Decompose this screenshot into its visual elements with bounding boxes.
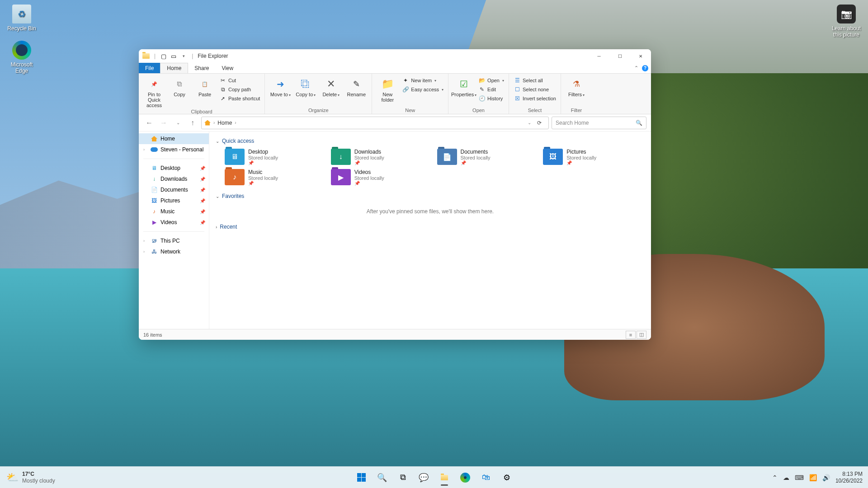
nav-up-button[interactable]: ↑ bbox=[187, 117, 198, 129]
recycle-bin-label: Recycle Bin bbox=[5, 25, 39, 32]
item-name: Music bbox=[248, 169, 278, 175]
item-name: Downloads bbox=[354, 149, 384, 155]
qat-newfolder-icon[interactable]: ▭ bbox=[169, 52, 178, 61]
sidebar-item-music[interactable]: ♪Music📌 bbox=[139, 206, 209, 217]
desktop-icon-recycle-bin[interactable]: Recycle Bin bbox=[5, 5, 39, 32]
taskbar-edge-button[interactable] bbox=[456, 469, 474, 487]
nav-back-button[interactable]: ← bbox=[143, 117, 155, 129]
sidebar-item-desktop[interactable]: 🖥Desktop📌 bbox=[139, 163, 209, 174]
weather-temp: 17°C bbox=[22, 471, 55, 477]
desktop-icon-edge[interactable]: Microsoft Edge bbox=[5, 41, 39, 74]
section-quick-access-header[interactable]: ⌄ Quick access bbox=[216, 136, 645, 146]
cut-button[interactable]: Cut bbox=[218, 76, 261, 84]
search-input[interactable]: Search Home 🔍 bbox=[552, 117, 646, 129]
delete-button[interactable]: Delete▾ bbox=[319, 75, 343, 97]
item-name: Videos bbox=[354, 169, 384, 175]
tab-share[interactable]: Share bbox=[188, 63, 215, 73]
sidebar-item-documents[interactable]: 📄Documents📌 bbox=[139, 184, 209, 195]
taskbar-settings-button[interactable]: ⚙ bbox=[498, 469, 516, 487]
quick-access-item[interactable]: ▶VideosStored locally📌 bbox=[331, 169, 433, 186]
rename-button[interactable]: Rename bbox=[344, 75, 368, 97]
qat-customize-dropdown[interactable]: ▾ bbox=[179, 52, 188, 61]
new-item-button[interactable]: New item▾ bbox=[401, 76, 444, 84]
network-tray-icon[interactable]: 📶 bbox=[809, 474, 817, 481]
cut-icon bbox=[219, 77, 226, 84]
taskbar-weather[interactable]: ⛅ 17°C Mostly cloudy bbox=[0, 471, 55, 484]
history-button[interactable]: History bbox=[477, 94, 505, 103]
paste-button[interactable]: Paste bbox=[193, 75, 217, 97]
address-dropdown-icon[interactable]: ⌄ bbox=[528, 120, 531, 125]
close-button[interactable]: ✕ bbox=[630, 49, 651, 63]
ribbon-collapse-icon[interactable]: ⌃ bbox=[634, 65, 638, 71]
sidebar-item-home[interactable]: Home bbox=[139, 133, 209, 144]
folder-icon bbox=[441, 475, 448, 480]
select-all-button[interactable]: Select all bbox=[513, 76, 557, 84]
navigation-pane[interactable]: Home › Steven - Personal 🖥Desktop📌 ↓Down… bbox=[139, 131, 209, 329]
filters-button[interactable]: Filters▾ bbox=[565, 75, 588, 97]
chevron-right-icon[interactable]: › bbox=[143, 239, 145, 243]
section-recent-header[interactable]: › Recent bbox=[216, 222, 645, 232]
invert-selection-button[interactable]: Invert selection bbox=[513, 94, 557, 103]
minimize-button[interactable]: ─ bbox=[589, 49, 609, 63]
sidebar-item-network[interactable]: ›🖧Network bbox=[139, 246, 209, 257]
easy-access-icon bbox=[402, 86, 409, 93]
chevron-right-icon[interactable]: › bbox=[143, 249, 145, 254]
select-none-button[interactable]: Select none bbox=[513, 85, 557, 94]
section-favorites-header[interactable]: ⌄ Favorites bbox=[216, 191, 645, 201]
help-icon[interactable]: ? bbox=[642, 65, 648, 71]
maximize-button[interactable]: ☐ bbox=[609, 49, 630, 63]
properties-button[interactable]: Properties▾ bbox=[452, 75, 476, 97]
content-pane[interactable]: ⌄ Quick access 🖥DesktopStored locally📌↓D… bbox=[209, 131, 651, 329]
sidebar-item-thispc[interactable]: ›🖳This PC bbox=[139, 235, 209, 246]
quick-access-item[interactable]: ↓DownloadsStored locally📌 bbox=[331, 149, 433, 165]
view-large-button[interactable]: ◫ bbox=[637, 331, 646, 339]
taskbar-clock[interactable]: 8:13 PM 10/26/2022 bbox=[835, 471, 863, 484]
taskbar-store-button[interactable]: 🛍 bbox=[477, 469, 495, 487]
titlebar[interactable]: | ▢ ▭ ▾ | File Explorer ─ ☐ ✕ bbox=[139, 49, 651, 63]
tab-view[interactable]: View bbox=[215, 63, 240, 73]
start-button[interactable] bbox=[352, 469, 370, 487]
quick-access-item[interactable]: 🖼PicturesStored locally📌 bbox=[543, 149, 645, 165]
qat-properties-icon[interactable]: ▢ bbox=[159, 52, 168, 61]
view-details-button[interactable]: ≡ bbox=[626, 331, 636, 339]
pin-quick-access-button[interactable]: Pin to Quick access bbox=[142, 75, 166, 108]
sidebar-item-pictures[interactable]: 🖼Pictures📌 bbox=[139, 195, 209, 206]
desktop-icon-learn-picture[interactable]: Learn about this picture bbox=[829, 5, 863, 38]
tab-home[interactable]: Home bbox=[160, 63, 188, 73]
sidebar-item-videos[interactable]: ▶Videos📌 bbox=[139, 217, 209, 228]
ribbon-group-clipboard: Pin to Quick access Copy Paste Cut ⧉Copy… bbox=[139, 74, 265, 114]
edit-button[interactable]: Edit bbox=[477, 85, 505, 94]
nav-recent-dropdown[interactable]: ⌄ bbox=[172, 117, 184, 129]
tab-file[interactable]: File bbox=[139, 63, 160, 73]
address-bar[interactable]: › Home › ⌄ ⟳ bbox=[201, 117, 549, 129]
language-tray-icon[interactable]: ⌨ bbox=[795, 474, 804, 481]
copy-path-button[interactable]: ⧉Copy path bbox=[218, 85, 261, 94]
paste-shortcut-button[interactable]: ➚Paste shortcut bbox=[218, 94, 261, 103]
taskbar-taskview-button[interactable]: ⧉ bbox=[394, 469, 412, 487]
chevron-right-icon[interactable]: › bbox=[143, 147, 145, 152]
taskbar-search-button[interactable]: 🔍 bbox=[373, 469, 391, 487]
onedrive-tray-icon[interactable]: ☁ bbox=[783, 474, 789, 481]
pin-icon: 📌 bbox=[566, 160, 596, 165]
volume-tray-icon[interactable]: 🔊 bbox=[822, 474, 830, 481]
taskbar-chat-button[interactable]: 💬 bbox=[415, 469, 433, 487]
copy-to-button[interactable]: Copy to▾ bbox=[294, 75, 317, 97]
nav-forward-button[interactable]: → bbox=[158, 117, 170, 129]
taskbar[interactable]: ⛅ 17°C Mostly cloudy 🔍 ⧉ 💬 🛍 ⚙ ⌃ ☁ ⌨ 📶 🔊… bbox=[0, 466, 868, 488]
quick-access-item[interactable]: ♪MusicStored locally📌 bbox=[225, 169, 326, 186]
quick-access-item[interactable]: 🖥DesktopStored locally📌 bbox=[225, 149, 326, 165]
easy-access-button[interactable]: Easy access▾ bbox=[401, 85, 444, 94]
sidebar-item-onedrive[interactable]: › Steven - Personal bbox=[139, 144, 209, 155]
quick-access-item[interactable]: 📄DocumentsStored locally📌 bbox=[437, 149, 539, 165]
ribbon: Pin to Quick access Copy Paste Cut ⧉Copy… bbox=[139, 74, 651, 114]
breadcrumb-home[interactable]: Home bbox=[217, 120, 232, 126]
move-to-button[interactable]: Move to▾ bbox=[269, 75, 292, 97]
item-subtitle: Stored locally bbox=[461, 155, 491, 160]
taskbar-explorer-button[interactable] bbox=[435, 469, 453, 487]
copy-button[interactable]: Copy bbox=[168, 75, 191, 97]
open-button[interactable]: Open▾ bbox=[477, 76, 505, 84]
refresh-button[interactable]: ⟳ bbox=[533, 120, 546, 126]
sidebar-item-downloads[interactable]: ↓Downloads📌 bbox=[139, 174, 209, 184]
tray-overflow-icon[interactable]: ⌃ bbox=[772, 474, 778, 481]
new-folder-button[interactable]: New folder bbox=[376, 75, 399, 103]
